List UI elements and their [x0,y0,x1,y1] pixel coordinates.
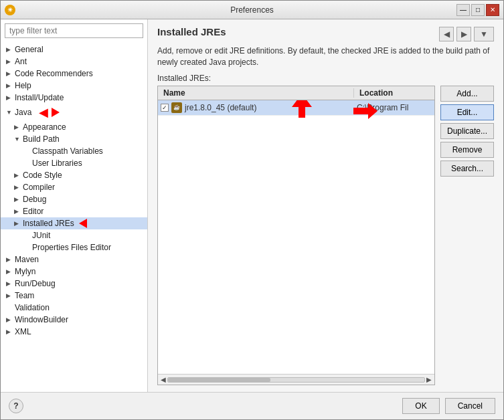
forward-button[interactable]: ▶ [456,27,471,41]
title-bar-left: ☀ [5,5,15,15]
jre-cell-name: ✓ ☕ jre1.8.0_45 (default) [158,102,354,113]
jre-table-body: ✓ ☕ jre1.8.0_45 (default) C:\Program Fil [158,100,434,374]
expand-arrow: ▶ [14,220,21,227]
expand-arrow: ▶ [14,184,21,191]
panel-title: Installed JREs [157,26,226,37]
expand-arrow: ▶ [6,82,13,89]
jre-icon: ☕ [171,102,182,113]
expand-arrow: ▼ [14,136,21,142]
sidebar-item-code-style[interactable]: ▶ Code Style [1,169,147,181]
minimize-button[interactable]: — [456,4,470,16]
expand-arrow: ▼ [6,109,13,116]
scroll-thumb [168,378,270,382]
description: Add, remove or edit JRE definitions. By … [157,45,494,68]
scroll-right[interactable]: ▶ [425,376,433,383]
expand-arrow: ▶ [6,280,13,287]
duplicate-button[interactable]: Duplicate... [440,123,494,139]
remove-button[interactable]: Remove [440,142,494,158]
sidebar-item-run-debug[interactable]: ▶ Run/Debug [1,278,147,290]
ok-button[interactable]: OK [402,398,439,414]
sidebar-item-installed-jres[interactable]: ▶ Installed JREs [1,217,147,229]
sidebar-item-ant[interactable]: ▶ Ant [1,56,147,68]
title-bar-controls: — □ ✕ [456,4,499,16]
expand-arrow: ▶ [6,268,13,275]
sidebar-item-user-libraries[interactable]: User Libraries [1,157,147,169]
expand-arrow: ▶ [14,196,21,203]
bottom-bar: ? OK Cancel [1,392,503,419]
jre-name: jre1.8.0_45 (default) [185,103,256,112]
maximize-button[interactable]: □ [471,4,485,16]
sidebar-item-xml[interactable]: ▶ XML [1,326,147,338]
svg-marker-0 [292,102,312,113]
expand-arrow: ▶ [6,46,13,53]
sidebar: ▶ General ▶ Ant ▶ Code Recommenders ▶ He… [1,19,148,392]
add-button[interactable]: Add... [440,86,494,102]
java-red-arrow-head [52,108,60,117]
jre-area: Name Location ✓ ☕ jre1.8.0_45 (default) [157,86,494,385]
sidebar-item-help[interactable]: ▶ Help [1,80,147,92]
expand-arrow: ▶ [6,94,13,101]
jre-table-header: Name Location [158,86,434,100]
help-button[interactable]: ? [9,399,23,413]
expand-arrow: ▶ [6,70,13,77]
preferences-window: ☀ Preferences — □ ✕ ▶ General ▶ Ant [0,0,504,420]
sidebar-item-appearance[interactable]: ▶ Appearance [1,121,147,133]
sidebar-item-general[interactable]: ▶ General [1,43,147,56]
title-bar: ☀ Preferences — □ ✕ [1,1,503,19]
jre-table-container: Name Location ✓ ☕ jre1.8.0_45 (default) [157,86,435,385]
sidebar-item-build-path[interactable]: ▼ Build Path [1,133,147,145]
back-button[interactable]: ◀ [439,27,454,41]
expand-arrow: ▶ [14,208,21,215]
sidebar-item-mylyn[interactable]: ▶ Mylyn [1,266,147,278]
expand-arrow: ▶ [6,316,13,323]
cancel-button[interactable]: Cancel [445,398,495,414]
sidebar-item-compiler[interactable]: ▶ Compiler [1,181,147,193]
sidebar-item-code-recommenders[interactable]: ▶ Code Recommenders [1,68,147,80]
sidebar-item-editor[interactable]: ▶ Editor [1,205,147,217]
action-buttons: Add... Edit... Duplicate... Remove Searc… [440,86,494,385]
sidebar-item-java[interactable]: ▼ Java ◀ [1,104,147,121]
tree: ▶ General ▶ Ant ▶ Code Recommenders ▶ He… [1,42,147,392]
expand-arrow: ▶ [6,256,13,263]
jre-checkbox[interactable]: ✓ [161,104,169,112]
close-button[interactable]: ✕ [486,4,499,16]
edit-button[interactable]: Edit... [440,104,494,120]
expand-arrow: ▶ [14,172,21,179]
scroll-left[interactable]: ◀ [159,376,167,383]
java-red-arrow: ◀ [39,105,48,120]
expand-arrow: ▶ [6,58,13,65]
bottom-buttons: OK Cancel [402,398,495,414]
search-button[interactable]: Search... [440,161,494,177]
expand-arrow: ▶ [14,124,21,130]
right-panel: Installed JREs ◀ ▶ ▼ Add, remove or edit… [148,19,503,392]
col-name: Name [158,88,354,98]
dropdown-button[interactable]: ▼ [474,27,494,41]
sidebar-item-debug[interactable]: ▶ Debug [1,193,147,205]
sidebar-item-validation[interactable]: Validation [1,302,147,314]
jre-cell-location: C:\Program Fil [354,103,434,112]
sidebar-item-properties-files-editor[interactable]: Properties Files Editor [1,241,147,253]
sidebar-item-junit[interactable]: JUnit [1,229,147,241]
sidebar-item-classpath-variables[interactable]: Classpath Variables [1,145,147,157]
installed-label: Installed JREs: [157,74,494,83]
jres-red-arrow [79,219,87,228]
sidebar-item-install-update[interactable]: ▶ Install/Update [1,92,147,104]
sidebar-item-maven[interactable]: ▶ Maven [1,253,147,266]
col-location: Location [354,88,434,98]
window-title: Preferences [230,5,274,15]
filter-input[interactable] [5,23,143,38]
right-arrow-icon [354,103,377,112]
up-arrow-icon [292,102,312,113]
main-content: ▶ General ▶ Ant ▶ Code Recommenders ▶ He… [1,19,503,392]
app-icon: ☀ [5,5,15,15]
expand-arrow: ▶ [6,292,13,299]
sidebar-item-window-builder[interactable]: ▶ WindowBuilder [1,314,147,326]
sidebar-item-team[interactable]: ▶ Team [1,290,147,302]
expand-arrow: ▶ [6,328,13,335]
svg-marker-1 [354,103,377,112]
scroll-track[interactable] [167,377,425,383]
table-row[interactable]: ✓ ☕ jre1.8.0_45 (default) C:\Program Fil [158,100,434,116]
horizontal-scrollbar[interactable]: ◀ ▶ [158,374,434,385]
